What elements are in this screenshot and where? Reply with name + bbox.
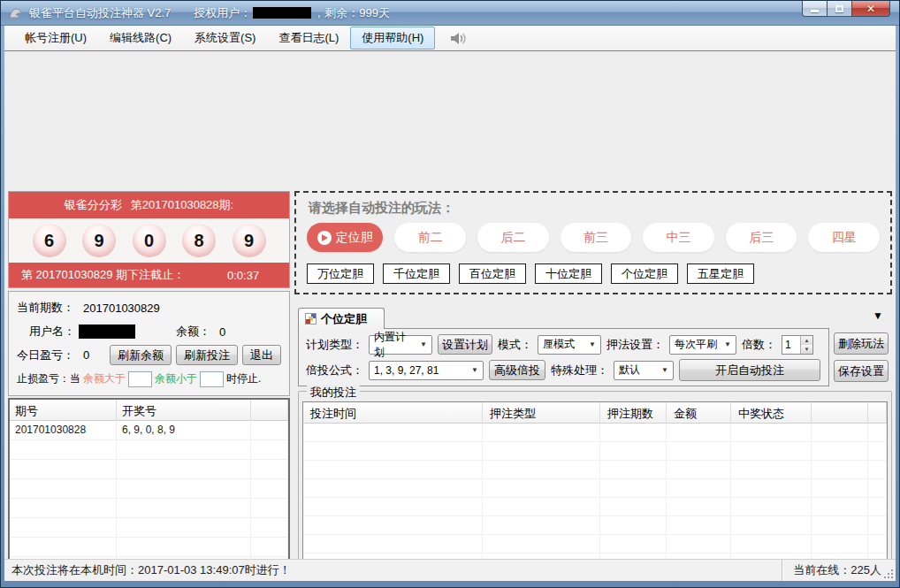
bets-row-empty <box>303 424 887 442</box>
account-info-panel: 当前期数： 201701030829 用户名： 余额： 0 今日盈亏： 0 刷新… <box>8 291 290 396</box>
position-button-shi[interactable]: 十位定胆 <box>535 263 602 284</box>
speaker-icon[interactable] <box>449 31 467 46</box>
play-select-title: 请选择自动投注的玩法： <box>309 200 880 217</box>
history-row[interactable]: 201701030828 6, 9, 0, 8, 9 <box>10 421 288 440</box>
balance-label: 余额： <box>176 324 210 340</box>
mode-button-hou2[interactable]: 后二 <box>477 223 549 252</box>
history-cell-issue: 201701030828 <box>10 421 117 439</box>
bets-header-status[interactable]: 中奖状态 <box>731 402 812 425</box>
history-row-empty <box>10 440 288 460</box>
balance-greater-label: 余额大于 <box>83 371 126 386</box>
chevron-down-icon[interactable]: ▼ <box>873 310 883 321</box>
position-button-wuxing[interactable]: 五星定胆 <box>687 263 754 284</box>
resize-grip[interactable] <box>883 569 894 579</box>
mode-button-hou3[interactable]: 后三 <box>726 223 797 252</box>
menu-item-account-register[interactable]: 帐号注册(U) <box>13 27 98 50</box>
online-count: 当前在线：225人 <box>782 560 896 581</box>
stake-method-select[interactable]: 每次平刷▼ <box>669 335 736 355</box>
bet-time-status: 本次投注将在本机时间：2017-01-03 13:49:07时进行！ <box>4 562 782 578</box>
history-header-extra[interactable] <box>251 400 288 423</box>
advanced-betting-button[interactable]: 高级倍投 <box>489 360 545 380</box>
position-button-wan[interactable]: 万位定胆 <box>307 263 374 284</box>
menu-bar: 帐号注册(U) 编辑线路(C) 系统设置(S) 查看日志(L) 使用帮助(H) <box>4 26 896 51</box>
plan-type-label: 计划类型： <box>306 337 363 353</box>
mode-button-qian2[interactable]: 前二 <box>394 223 466 252</box>
history-row-empty <box>10 538 288 557</box>
lottery-balls: 6 9 0 8 9 <box>9 218 289 263</box>
exit-button[interactable]: 退出 <box>242 345 281 365</box>
stoploss-lower-input[interactable] <box>200 371 224 387</box>
save-settings-button[interactable]: 保存设置 <box>834 360 889 382</box>
countdown-timer: 0:0:37 <box>227 269 259 282</box>
bets-header-amount[interactable]: 金额 <box>667 402 731 425</box>
special-handling-value: 默认 <box>619 363 640 378</box>
position-button-row: 万位定胆 千位定胆 百位定胆 十位定胆 个位定胆 五星定胆 <box>307 263 880 284</box>
menu-item-system-settings[interactable]: 系统设置(S) <box>183 27 267 50</box>
stepper-down-icon[interactable]: ▼ <box>801 345 812 354</box>
my-bets-group: 我的投注 投注时间 押注类型 押注期数 金额 中奖状态 <box>298 391 892 581</box>
lottery-ball: 0 <box>133 224 166 257</box>
maximize-button[interactable] <box>828 1 851 17</box>
bets-header-type[interactable]: 押注类型 <box>483 402 600 425</box>
current-issue-value: 201701030829 <box>83 302 160 315</box>
stoploss-suffix: 时停止. <box>226 371 261 386</box>
lottery-ball: 9 <box>82 224 116 257</box>
delete-play-button[interactable]: 删除玩法 <box>834 332 889 355</box>
close-button[interactable]: ✕ <box>851 1 890 17</box>
special-handling-select[interactable]: 默认▼ <box>614 361 674 380</box>
stoploss-upper-input[interactable] <box>128 371 152 387</box>
title-bar[interactable]: 银雀平台自动投注神器 V2.7 授权用户： ，剩余：999天 ✕ <box>1 1 899 26</box>
tab-gewei-dingdan[interactable]: 个位定胆 <box>298 308 385 329</box>
mode-button-zhong3[interactable]: 中三 <box>643 223 714 252</box>
position-button-bai[interactable]: 百位定胆 <box>459 263 526 284</box>
mode-button-qian3[interactable]: 前三 <box>561 223 632 252</box>
refresh-balance-button[interactable]: 刷新余额 <box>110 345 172 365</box>
formula-value: 1, 3, 9, 27, 81 <box>374 364 439 377</box>
dropdown-arrow-icon: ▼ <box>420 340 427 348</box>
plan-type-select[interactable]: 内置计划▼ <box>369 335 432 355</box>
mode-button-dingweidan[interactable]: 定位胆 <box>307 223 383 252</box>
multiplier-input[interactable] <box>782 336 800 354</box>
play-select-panel: 请选择自动投注的玩法： 定位胆 前二 后二 前三 中三 后三 四星 万位定胆 千… <box>294 191 892 294</box>
lottery-ball: 8 <box>182 224 216 257</box>
start-auto-bet-button[interactable]: 开启自动投注 <box>679 359 820 381</box>
refresh-bets-button[interactable]: 刷新投注 <box>176 345 238 365</box>
balance-value: 0 <box>219 325 225 339</box>
minimize-icon <box>811 10 819 12</box>
balance-less-label: 余额小于 <box>155 371 197 386</box>
draw-history-table: 期号 开奖号 201701030828 6, 9, 0, 8, 9 <box>8 398 290 577</box>
bets-header-time[interactable]: 投注时间 <box>303 402 483 425</box>
redacted-username <box>79 325 135 339</box>
position-button-ge[interactable]: 个位定胆 <box>611 263 678 284</box>
menu-item-edit-line[interactable]: 编辑线路(C) <box>98 27 183 50</box>
today-pl-label: 今日盈亏： <box>17 347 74 363</box>
dropdown-arrow-icon: ▼ <box>724 340 731 348</box>
bets-header-extra[interactable] <box>812 402 868 425</box>
history-header-row: 期号 开奖号 <box>10 400 288 421</box>
stepper-up-icon[interactable]: ▲ <box>801 336 812 345</box>
mode-label: 前三 <box>583 230 608 246</box>
deadline-label: 第 201701030829 期下注截止： <box>21 267 185 283</box>
set-plan-button[interactable]: 设置计划 <box>438 334 492 355</box>
my-bets-header-row: 投注时间 押注类型 押注期数 金额 中奖状态 <box>303 402 887 424</box>
history-header-numbers[interactable]: 开奖号 <box>117 400 251 423</box>
bets-row-empty <box>303 516 887 535</box>
menu-item-help[interactable]: 使用帮助(H) <box>350 27 435 50</box>
history-row-empty <box>10 479 288 499</box>
position-button-qian[interactable]: 千位定胆 <box>383 263 450 284</box>
lottery-name: 银雀分分彩 <box>65 197 122 213</box>
menu-item-view-log[interactable]: 查看日志(L) <box>267 27 350 50</box>
mode-select[interactable]: 厘模式▼ <box>538 335 601 355</box>
mode-value: 厘模式 <box>543 337 575 352</box>
history-row-empty <box>10 499 288 518</box>
bets-header-extra[interactable] <box>868 402 887 425</box>
bets-header-issues[interactable]: 押注期数 <box>600 402 667 425</box>
history-header-issue[interactable]: 期号 <box>10 400 117 423</box>
minimize-button[interactable] <box>802 1 828 17</box>
special-handling-label: 特殊处理： <box>551 363 608 378</box>
stoploss-label: 止损盈亏：当 <box>17 371 80 386</box>
redacted-auth-user <box>253 7 311 19</box>
status-bar: 本次投注将在本机时间：2017-01-03 13:49:07时进行！ 当前在线：… <box>4 559 896 581</box>
mode-button-sixing[interactable]: 四星 <box>808 223 880 252</box>
formula-select[interactable]: 1, 3, 9, 27, 81▼ <box>369 361 484 380</box>
